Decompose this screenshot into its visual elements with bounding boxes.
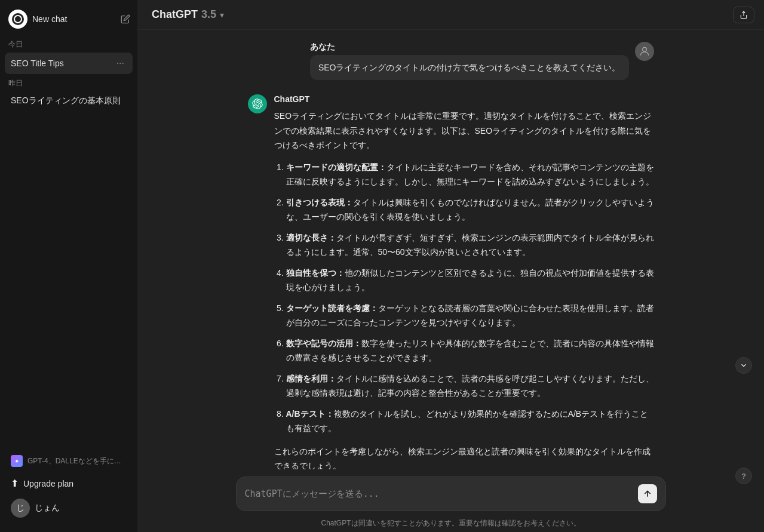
user-profile-button[interactable]: じ じょん	[5, 494, 133, 522]
chat-item-label-basics: SEOライティングの基本原則	[11, 96, 127, 106]
new-chat-label: New chat	[32, 14, 67, 24]
gpt-promo-text: GPT-4、DALLEなどを手に入れ...	[27, 456, 127, 466]
user-avatar-small	[635, 42, 654, 61]
assistant-message: ChatGPT SEOライティングにおいてタイトルは非常に重要です。適切なタイト…	[248, 94, 654, 469]
today-section-label: 今日	[0, 36, 137, 52]
upgrade-plan-button[interactable]: ⬆ Upgrade plan	[5, 473, 133, 494]
edit-button[interactable]	[118, 12, 133, 26]
assistant-body: ChatGPT SEOライティングにおいてタイトルは非常に重要です。適切なタイト…	[274, 94, 654, 469]
yesterday-section-label: 昨日	[0, 75, 137, 91]
chat-item-seo-title[interactable]: SEO Title Tips ···	[5, 53, 133, 74]
gpt-promo-icon: ✦	[11, 455, 23, 467]
list-item: A/Bテスト：複数のタイトルを試し、どれがより効果的かを確認するためにA/Bテス…	[286, 407, 654, 436]
list-item: 感情を利用：タイトルに感情を込めることで、読者の共感を呼び起こしやすくなります。…	[286, 371, 654, 401]
list-item-text-7: 複数のタイトルを試し、どれがより効果的かを確認するためにA/Bテストを行うことも…	[286, 409, 649, 433]
chevron-down-icon: ▾	[220, 10, 224, 20]
svg-point-1	[642, 47, 646, 51]
assistant-conclusion: これらのポイントを考慮しながら、検索エンジン最適化と読者の興味を引く効果的なタイ…	[274, 444, 654, 469]
list-item-bold-6: 感情を利用：	[286, 374, 336, 383]
new-chat-button[interactable]: New chat	[5, 7, 118, 31]
list-item-bold-1: 引きつける表現：	[286, 198, 353, 207]
list-item: 引きつける表現：タイトルは興味を引くものでなければなりません。読者がクリックしや…	[286, 195, 654, 225]
upgrade-icon: ⬆	[11, 478, 19, 489]
assistant-text: SEOライティングにおいてタイトルは非常に重要です。適切なタイトルを付けることで…	[274, 109, 654, 469]
chat-item-more-button[interactable]: ···	[114, 57, 127, 70]
list-item: キーワードの適切な配置：タイトルに主要なキーワードを含め、それが記事やコンテンツ…	[286, 160, 654, 189]
chat-item-label: SEO Title Tips	[11, 59, 114, 68]
list-item: 数字や記号の活用：数字を使ったリストや具体的な数字を含むことで、読者に内容の具体…	[286, 336, 654, 365]
disclaimer-text: ChatGPTは間違いを犯すことがあります。重要な情報は確認をお考えください。	[137, 515, 764, 532]
input-wrapper	[236, 476, 666, 511]
user-author-label: あなた	[310, 42, 629, 53]
model-name: ChatGPT	[152, 8, 198, 21]
user-message-text: SEOライティングのタイトルの付け方で気をつけるべきことを教えてください。	[310, 55, 629, 80]
user-message: あなた SEOライティングのタイトルの付け方で気をつけるべきことを教えてください…	[248, 42, 654, 80]
user-avatar: じ	[11, 499, 30, 518]
list-item-bold-4: ターゲット読者を考慮：	[286, 303, 378, 313]
assistant-intro: SEOライティングにおいてタイトルは非常に重要です。適切なタイトルを付けることで…	[274, 109, 654, 153]
main-content: ChatGPT 3.5 ▾ あなた SEOライティングのタイトルの付け方で気をつ…	[137, 0, 764, 532]
list-item-bold-7: A/Bテスト：	[286, 409, 334, 419]
assistant-list: キーワードの適切な配置：タイトルに主要なキーワードを含め、それが記事やコンテンツ…	[274, 160, 654, 436]
list-item: ターゲット読者を考慮：ターゲットとなる読者層の言葉や関心に合わせた表現を使用しま…	[286, 301, 654, 330]
share-button[interactable]	[733, 7, 754, 23]
share-icon	[740, 11, 748, 19]
list-item-text-6: タイトルに感情を込めることで、読者の共感を呼び起こしやすくなります。ただし、過剰…	[286, 374, 654, 398]
list-item-bold-2: 適切な長さ：	[286, 233, 336, 242]
logo-icon	[8, 10, 27, 29]
upgrade-label: Upgrade plan	[23, 479, 73, 488]
assistant-author-label: ChatGPT	[274, 94, 654, 104]
help-button[interactable]: ?	[735, 468, 752, 484]
model-selector[interactable]: ChatGPT 3.5 ▾	[147, 6, 229, 23]
chat-item-seo-basics[interactable]: SEOライティングの基本原則 ···	[5, 91, 133, 110]
user-avatar-letter: じ	[16, 503, 24, 513]
user-message-row: あなた SEOライティングのタイトルの付け方で気をつけるべきことを教えてください…	[236, 42, 666, 80]
assistant-avatar	[248, 94, 267, 113]
sidebar: New chat 今日 SEO Title Tips ··· 昨日 SEOライテ…	[0, 0, 137, 532]
list-item: 独自性を保つ：他の類似したコンテンツと区別できるように、独自の視点や付加価値を提…	[286, 266, 654, 295]
list-item-bold-3: 独自性を保つ：	[286, 268, 345, 278]
chat-area: あなた SEOライティングのタイトルの付け方で気をつけるべきことを教えてください…	[137, 30, 764, 469]
user-name: じょん	[35, 503, 60, 513]
message-input[interactable]	[245, 487, 633, 501]
gpt-promo[interactable]: ✦ GPT-4、DALLEなどを手に入れ...	[5, 451, 133, 471]
list-item-text-2: タイトルが長すぎず、短すぎず、検索エンジンの表示範囲内でタイトル全体が見られるよ…	[286, 233, 654, 257]
list-item-bold-5: 数字や記号の活用：	[286, 339, 361, 348]
sidebar-footer: ✦ GPT-4、DALLEなどを手に入れ... ⬆ Upgrade plan じ…	[0, 447, 137, 527]
send-button[interactable]	[638, 484, 657, 503]
main-header: ChatGPT 3.5 ▾	[137, 0, 764, 30]
scroll-down-button[interactable]	[735, 357, 752, 374]
list-item-bold-0: キーワードの適切な配置：	[286, 162, 386, 172]
list-item: 適切な長さ：タイトルが長すぎず、短すぎず、検索エンジンの表示範囲内でタイトル全体…	[286, 230, 654, 260]
model-version: 3.5	[201, 8, 216, 21]
sidebar-top: New chat	[0, 5, 137, 33]
input-area	[224, 469, 678, 515]
assistant-message-row: ChatGPT SEOライティングにおいてタイトルは非常に重要です。適切なタイト…	[236, 94, 666, 469]
